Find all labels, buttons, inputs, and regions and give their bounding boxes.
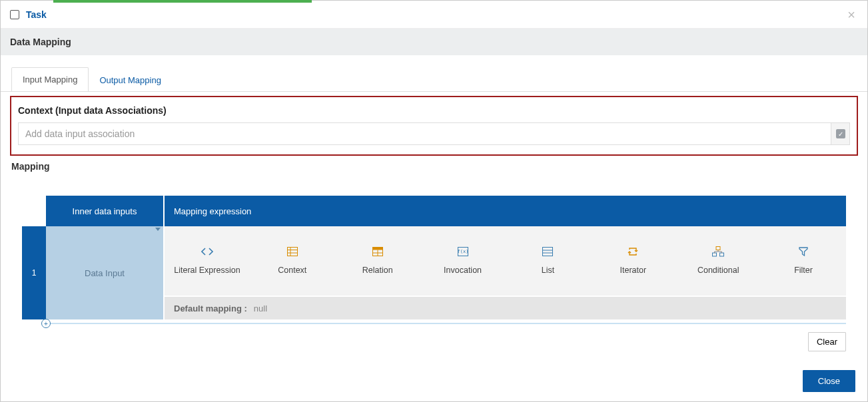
mapping-heading: Mapping — [10, 161, 858, 172]
section-header: Data Mapping — [1, 29, 867, 55]
invocation-icon: f(x) — [458, 246, 468, 257]
relation-icon — [372, 246, 383, 257]
clear-button[interactable]: Clear — [808, 332, 846, 351]
expr-label: Filter — [794, 265, 813, 276]
expression-column: Mapping expression Literal Expression — [165, 196, 846, 319]
footer: Close — [1, 361, 867, 401]
accent-bar — [53, 0, 312, 3]
svg-rect-10 — [543, 247, 553, 256]
expr-label: List — [542, 265, 554, 276]
context-label: Context (Input data Associations) — [18, 105, 850, 116]
rail-line — [47, 323, 846, 324]
mapping-table: 1 Inner data inputs Data Input Mapping e… — [10, 196, 858, 328]
association-row: ✓ — [18, 122, 850, 145]
svg-rect-13 — [716, 246, 720, 250]
filter-icon — [799, 246, 808, 257]
dropdown-caret-icon — [155, 228, 161, 231]
add-row-button[interactable]: + — [41, 319, 51, 328]
expr-invocation[interactable]: f(x) Invocation — [420, 226, 506, 296]
inner-data-header: Inner data inputs — [46, 196, 163, 226]
data-input-cell[interactable]: Data Input — [46, 226, 163, 319]
expression-picker: Literal Expression Context — [165, 226, 846, 296]
titlebar: Task × — [1, 1, 867, 29]
association-input[interactable] — [19, 123, 831, 144]
expr-context[interactable]: Context — [250, 226, 335, 296]
expr-list[interactable]: List — [506, 226, 591, 296]
context-icon — [287, 246, 298, 257]
expr-label: Relation — [362, 265, 393, 276]
conditional-icon — [712, 246, 724, 257]
list-icon — [542, 246, 553, 257]
check-icon: ✓ — [836, 129, 845, 138]
expr-label: Literal Expression — [174, 265, 240, 276]
default-mapping-key: Default mapping : — [174, 303, 247, 313]
svg-rect-14 — [713, 253, 717, 256]
row-number-column: 1 — [22, 196, 46, 319]
dialog-title: Task — [26, 9, 47, 20]
task-icon — [10, 10, 19, 19]
association-confirm-button[interactable]: ✓ — [831, 123, 849, 144]
svg-rect-15 — [720, 253, 724, 256]
expr-filter[interactable]: Filter — [761, 226, 846, 296]
expr-conditional[interactable]: Conditional — [675, 226, 761, 296]
context-block: Context (Input data Associations) ✓ — [10, 96, 858, 156]
close-button[interactable]: Close — [803, 370, 855, 392]
expr-label: Conditional — [697, 265, 739, 276]
default-mapping-value: null — [254, 303, 267, 313]
svg-text:f(x): f(x) — [458, 249, 468, 254]
row-number: 1 — [22, 226, 46, 319]
close-icon[interactable]: × — [845, 5, 858, 24]
expression-header: Mapping expression — [165, 196, 846, 226]
expr-label: Invocation — [444, 265, 482, 276]
expr-iterator[interactable]: Iterator — [590, 226, 675, 296]
dialog-window: Task × Data Mapping Input Mapping Output… — [0, 0, 868, 402]
iterator-icon — [628, 246, 638, 257]
tab-bar: Input Mapping Output Mapping — [1, 55, 867, 92]
expr-label: Context — [278, 265, 306, 276]
svg-rect-0 — [287, 247, 297, 256]
code-icon — [201, 246, 213, 257]
add-row-rail: + — [22, 319, 846, 328]
tab-input-mapping[interactable]: Input Mapping — [11, 67, 89, 92]
data-input-label: Data Input — [85, 268, 125, 278]
inner-data-column: Inner data inputs Data Input — [46, 196, 165, 319]
tab-output-mapping[interactable]: Output Mapping — [89, 69, 172, 92]
expr-literal-expression[interactable]: Literal Expression — [165, 226, 250, 296]
content-area: Context (Input data Associations) ✓ Mapp… — [1, 92, 867, 361]
svg-rect-5 — [372, 247, 382, 250]
default-mapping-row: Default mapping : null — [165, 296, 846, 319]
expr-label: Iterator — [620, 265, 647, 276]
expr-relation[interactable]: Relation — [335, 226, 420, 296]
